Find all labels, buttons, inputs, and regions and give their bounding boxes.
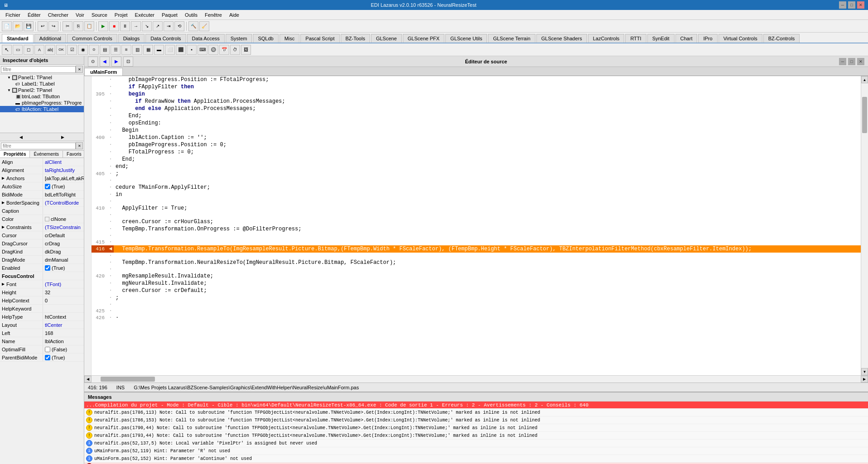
tree-arrow-panel1[interactable]: ▼ [7,76,12,80]
prop-val-enabled[interactable]: (True) [43,264,84,272]
tb-new[interactable]: 📄 [2,21,12,31]
menu-paquet[interactable]: Paquet [158,11,181,19]
comp-21[interactable]: ⏱ [230,45,240,55]
tab-events[interactable]: Événements [30,151,63,158]
enabled-checkbox[interactable] [45,265,50,271]
tab-glscene[interactable]: GLScene [371,34,402,43]
prop-val-cursor[interactable]: crDefault [43,231,84,239]
tree-item-btnload[interactable]: 🔳 btnLoad: TButton [0,93,84,100]
prop-val-focuscontrol[interactable] [43,272,84,280]
comp-16[interactable]: ⬛ [176,45,186,55]
comp-5[interactable]: OK [56,45,66,55]
menu-source[interactable]: Source [88,11,111,19]
tb-paste[interactable]: 📋 [84,21,94,31]
comp-14[interactable]: ▬ [154,45,164,55]
tab-glscene-terrain[interactable]: GLScene Terrain [488,34,535,43]
props-search-input[interactable] [1,143,76,149]
comp-18[interactable]: ⌨ [198,45,207,55]
msg-3[interactable]: ! neuralfit.pas(1790,44) Note: Call to s… [84,424,868,432]
tab-synedit[interactable]: SynEdit [647,34,675,43]
prop-val-alignment[interactable]: taRightJustify [43,166,84,174]
prop-val-helptype[interactable]: htContext [43,313,84,320]
msg-compile-result[interactable]: ...Compilation du projet - Mode : Defaul… [84,402,868,409]
tb-stop[interactable]: ■ [109,21,119,31]
prop-val-dragkind[interactable]: dkDrag [43,248,84,255]
tab-misc[interactable]: Misc [280,34,300,43]
prop-val-caption[interactable] [43,207,84,215]
comp-6[interactable]: ☑ [67,45,77,55]
tree-item-label1[interactable]: 🏷 Label1: TLabel [0,81,84,87]
prop-val-helpcontext[interactable]: 0 [43,297,84,304]
tree-arrow-panel2[interactable]: ▼ [7,88,12,92]
menu-aide[interactable]: Aide [226,11,243,19]
prop-val-dragcursor[interactable]: crDrag [43,239,84,247]
prop-val-constraints[interactable]: (TSizeConstrain [43,223,84,231]
tb-build[interactable]: 🔨 [188,21,198,31]
editor-btn-back[interactable]: ◀ [100,57,110,67]
tab-lazcontrols[interactable]: LazControls [588,34,625,43]
tab-system[interactable]: System [226,34,252,43]
prop-val-color[interactable]: clNone [43,215,84,223]
comp-12[interactable]: ▥ [132,45,142,55]
comp-17[interactable]: ▪ [187,45,197,55]
inspector-search-input[interactable] [1,66,76,73]
tb-copy[interactable]: ⎘ [73,21,83,31]
prop-val-borderspacing[interactable]: (TControlBorde [43,199,84,206]
prop-val-font[interactable]: (TFont) [43,280,84,288]
editor-scrollbar-v[interactable]: ▲ ▼ [861,76,868,375]
editor-close[interactable]: ✕ [857,58,864,65]
tb-redo[interactable]: ↪ [48,21,58,31]
tb-run[interactable]: ▶ [98,21,108,31]
scroll-down[interactable]: ▼ [861,368,868,375]
comp-10[interactable]: ☰ [111,45,121,55]
comp-pointer[interactable]: ↖ [2,45,12,55]
comp-edit[interactable]: ab| [45,45,55,55]
expand-constraints[interactable]: ▶ [2,225,6,229]
tb-pause[interactable]: ⏸ [120,21,130,31]
expand-borderspacing[interactable]: ▶ [2,201,6,205]
hscroll-thumb[interactable] [101,377,155,382]
tab-properties[interactable]: Propriétés [0,151,30,158]
editor-btn-1[interactable]: ⊙ [88,57,98,67]
menu-fichier[interactable]: Fichier [2,11,24,19]
tb-run-to[interactable]: ⇥ [164,21,174,31]
comp-20[interactable]: 📅 [219,45,229,55]
code-editor[interactable]: · pbImageProgress.Position := FTotalProg… [92,76,861,375]
tb-step-out[interactable]: ↗ [153,21,163,31]
menu-chercher[interactable]: Chercher [44,11,72,19]
tab-favorites[interactable]: Favoris [63,151,84,158]
comp-13[interactable]: ▦ [143,45,153,55]
maximize-button[interactable]: □ [848,1,855,9]
scroll-left[interactable]: ◀ [84,376,92,383]
tab-data-controls[interactable]: Data Controls [145,34,186,43]
tb-step[interactable]: → [131,21,141,31]
menu-fenetre[interactable]: Fenêtre [201,11,226,19]
prop-val-autosize[interactable]: (True) [43,182,84,190]
tab-glscene-shaders[interactable]: GLScene Shaders [536,34,587,43]
tab-glscene-pfx[interactable]: GLScene PFX [403,34,444,43]
comp-19[interactable]: 🔘 [208,45,218,55]
autosize-checkbox[interactable] [45,184,50,189]
scroll-thumb[interactable] [862,97,867,133]
prop-val-parentbidimode[interactable]: (True) [43,354,84,361]
tab-bz-controls[interactable]: BZ-Controls [763,34,800,43]
menu-voir[interactable]: Voir [72,11,88,19]
tree-item-panel2[interactable]: ▼ 🔲 Panel2: TPanel [0,87,84,93]
comp-22[interactable]: 🖼 [241,45,251,55]
msg-5[interactable]: i neuralfit.pas(52,137,5) Note: Local va… [84,440,868,447]
tab-glscene-utils[interactable]: GLScene Utils [445,34,487,43]
comp-3[interactable]: ◻ [24,45,34,55]
editor-maximize[interactable]: □ [848,58,855,65]
prop-val-align[interactable]: alClient [43,158,84,166]
comp-15[interactable]: ⬜ [165,45,175,55]
editor-scrollbar-h[interactable]: ◀ ▶ [84,375,868,383]
menu-outils[interactable]: Outils [181,11,201,19]
window-controls[interactable]: ─ □ ✕ [839,1,864,9]
prop-val-optimalfill[interactable]: (False) [43,345,84,353]
unit-tab-umainform[interactable]: uMainForm [84,68,123,76]
tab-sqldb[interactable]: SQLdb [253,34,278,43]
msg-1[interactable]: ! neuralfit.pas(1786,113) Note: Call to … [84,409,868,416]
msg-7[interactable]: i uMainForm.pas(52,152) Hint: Parameter … [84,455,868,463]
nav-left[interactable]: ◀ [0,133,42,141]
menu-editer[interactable]: Éditer [24,11,44,19]
